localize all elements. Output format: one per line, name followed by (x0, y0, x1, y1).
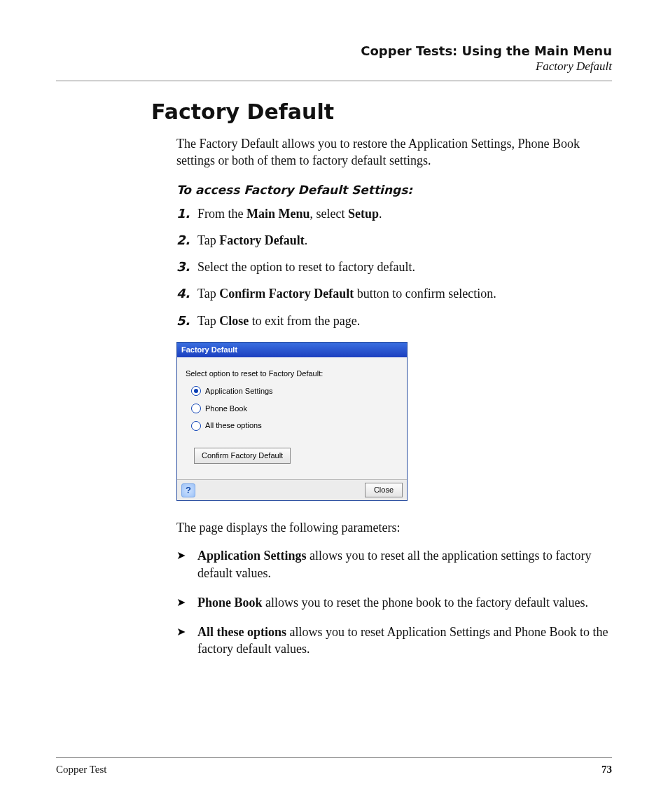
page-number: 73 (601, 764, 612, 776)
step-1: 1. From the Main Menu, select Setup. (176, 205, 609, 222)
footer-rule (56, 757, 612, 758)
step-5: 5. Tap Close to exit from the page. (176, 312, 609, 329)
param-phone-book: Phone Book allows you to reset the phone… (176, 594, 609, 611)
radio-label: All these options (205, 420, 262, 431)
step-text: Tap Factory Default. (197, 233, 307, 247)
radio-label: Application Settings (205, 386, 273, 397)
step-text: Select the option to reset to factory de… (197, 260, 415, 274)
dialog-titlebar: Factory Default (177, 343, 407, 357)
dialog-footer: ? Close (177, 479, 407, 500)
step-text: Tap Close to exit from the page. (197, 314, 360, 328)
dialog-prompt: Select option to reset to Factory Defaul… (186, 369, 400, 379)
radio-label: Phone Book (205, 404, 247, 414)
dialog-body: Select option to reset to Factory Defaul… (177, 357, 407, 479)
page: Copper Tests: Using the Main Menu Factor… (0, 0, 668, 812)
parameters-intro: The page displays the following paramete… (176, 519, 609, 536)
step-text: From the Main Menu, select Setup. (197, 207, 382, 221)
step-number: 2. (176, 232, 190, 249)
param-application-settings: Application Settings allows you to reset… (176, 547, 609, 582)
step-number: 5. (176, 312, 190, 329)
page-title: Factory Default (151, 99, 612, 124)
step-number: 1. (176, 205, 190, 222)
body: The Factory Default allows you to restor… (176, 135, 609, 658)
step-2: 2. Tap Factory Default. (176, 232, 609, 249)
header-rule (56, 81, 612, 81)
radio-all-options[interactable]: All these options (191, 420, 400, 431)
procedure-steps: 1. From the Main Menu, select Setup. 2. … (176, 205, 609, 329)
radio-icon (191, 421, 201, 431)
section-title: Factory Default (56, 60, 612, 74)
chapter-title: Copper Tests: Using the Main Menu (56, 43, 612, 58)
step-3: 3. Select the option to reset to factory… (176, 259, 609, 275)
step-number: 3. (176, 259, 190, 275)
radio-icon (191, 404, 201, 413)
step-number: 4. (176, 285, 190, 302)
intro-paragraph: The Factory Default allows you to restor… (176, 135, 609, 170)
running-header: Copper Tests: Using the Main Menu Factor… (56, 43, 612, 74)
radio-icon (191, 386, 201, 396)
confirm-factory-default-button[interactable]: Confirm Factory Default (194, 448, 291, 464)
screenshot-factory-default-dialog: Factory Default Select option to reset t… (176, 342, 408, 501)
step-text: Tap Confirm Factory Default button to co… (197, 287, 496, 301)
help-icon[interactable]: ? (181, 483, 195, 497)
page-footer: Copper Test 73 (56, 757, 612, 776)
radio-application-settings[interactable]: Application Settings (191, 386, 400, 397)
footer-doc-title: Copper Test (56, 764, 106, 776)
procedure-heading: To access Factory Default Settings: (176, 182, 609, 198)
param-all-options: All these options allows you to reset Ap… (176, 624, 609, 658)
close-button[interactable]: Close (365, 483, 403, 497)
radio-phone-book[interactable]: Phone Book (191, 404, 400, 414)
parameters-list: Application Settings allows you to reset… (176, 547, 609, 657)
step-4: 4. Tap Confirm Factory Default button to… (176, 285, 609, 302)
